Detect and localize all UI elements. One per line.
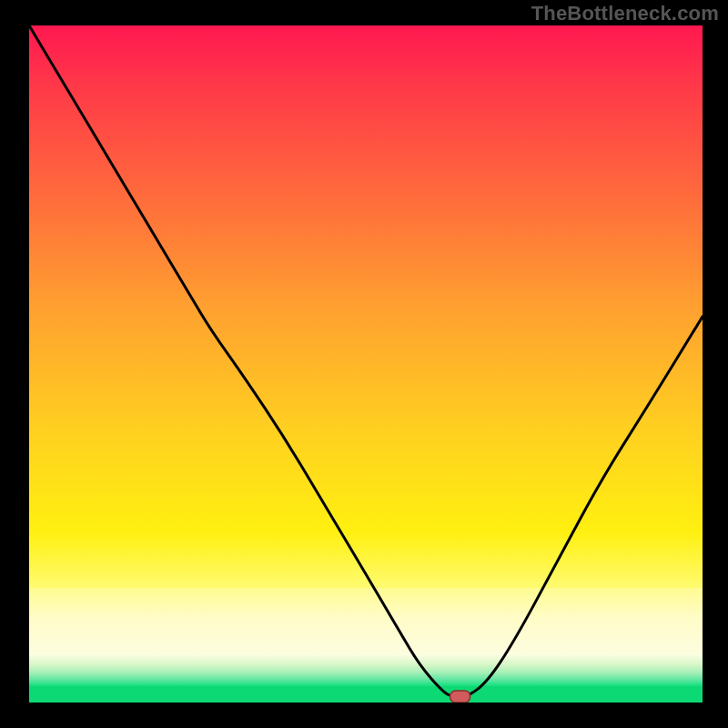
plot-area (29, 25, 703, 703)
bottleneck-curve (29, 25, 703, 697)
optimum-marker (450, 691, 470, 703)
curve-layer (29, 25, 703, 703)
chart-frame: TheBottleneck.com (0, 0, 728, 728)
watermark-text: TheBottleneck.com (531, 2, 719, 25)
